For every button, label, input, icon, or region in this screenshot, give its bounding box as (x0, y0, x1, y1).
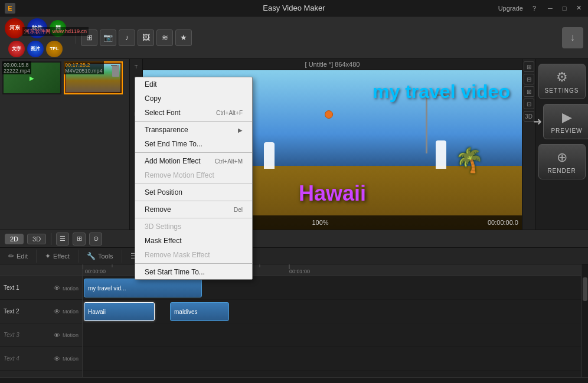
hoop-pole (426, 94, 427, 153)
ctx-3d-settings[interactable]: 3D Settings (135, 220, 252, 234)
side-icon-2[interactable]: ⊟ (524, 74, 534, 84)
ctx-remove-mask-effect[interactable]: Remove Mask Effect (135, 248, 252, 262)
track-eye-4[interactable]: 👁 (54, 355, 60, 362)
tab-effect-label: Effect (53, 253, 70, 260)
logo-btn-5[interactable]: 图片 (27, 41, 44, 57)
edit-tabs: ✏ Edit ✦ Effect 🔧 Tools ☰ Views (0, 248, 588, 264)
ctx-mask-effect[interactable]: Mask Effect (135, 234, 252, 248)
tl-list-btn[interactable]: ☰ (56, 233, 69, 245)
clip-2[interactable]: Hawaii (84, 302, 155, 321)
help-button[interactable]: ? (533, 5, 536, 12)
ctx-set-end-time[interactable]: Set End Time To... (135, 137, 252, 151)
clip-1[interactable]: my travel vid... (84, 279, 202, 297)
track-eye-2[interactable]: 👁 (54, 308, 60, 315)
download-button[interactable]: ↓ (562, 27, 583, 48)
time-mark-0: 00:00:00 (85, 269, 106, 274)
thumb-label-1: 00:00:15.8 22222.mp4 (2, 61, 31, 74)
track-row-3 (83, 323, 581, 347)
ctx-remove[interactable]: Remove Del (135, 202, 252, 217)
basketball (325, 110, 333, 119)
close-button[interactable]: ✕ (574, 4, 583, 13)
ctx-select-font[interactable]: Select Font Ctrl+Alt+F (135, 106, 252, 120)
text-tool-icon[interactable]: T (131, 61, 142, 72)
context-menu: Edit Copy Select Font Ctrl+Alt+F Transpa… (135, 77, 253, 280)
preview-area: ➜ ▶ Preview (533, 104, 588, 139)
settings-label: Settings (544, 87, 579, 94)
scrollbar-thumb[interactable] (583, 277, 587, 301)
settings-button[interactable]: ⚙ Settings (538, 64, 586, 99)
track-label-1: Text 1 👁 Motion (0, 276, 82, 300)
ctx-transparence[interactable]: Transparence ▶ (135, 123, 252, 137)
minimize-button[interactable]: ─ (545, 4, 555, 13)
ctx-sep-6 (135, 263, 252, 264)
track-eye-3[interactable]: 👁 (54, 332, 60, 339)
track-label-3: Text 3 👁 Motion (0, 323, 82, 347)
tab-effect[interactable]: ✦ Effect (37, 250, 79, 263)
video-overlay-text-travel: my travel video (373, 81, 510, 103)
clip-2b[interactable]: maldives (170, 302, 229, 321)
side-icon-1[interactable]: ⊞ (524, 61, 534, 72)
watermark: 河东软件网 www.hd119.cn (22, 27, 89, 36)
tab-edit[interactable]: ✏ Edit (0, 250, 37, 263)
upgrade-button[interactable]: Upgrade (498, 5, 523, 12)
ctx-edit[interactable]: Edit (135, 77, 252, 91)
toolbar-image-btn[interactable]: 🖼 (138, 30, 154, 46)
track-label-2: Text 2 👁 Motion (0, 300, 82, 323)
mode-3d-button[interactable]: 3D (27, 234, 46, 244)
titlebar: E Easy Video Maker Upgrade ? ─ □ ✕ (0, 0, 588, 17)
preview-button[interactable]: ▶ Preview (543, 104, 588, 139)
logo-btn-4[interactable]: 文字 (8, 41, 25, 57)
render-button[interactable]: ⊕ Render (538, 144, 586, 179)
track-label-5: Text 5 👁 (0, 371, 82, 377)
timeline-hscrollbar[interactable] (0, 377, 588, 383)
arrow-right-icon[interactable]: ➜ (533, 115, 542, 128)
clip-1-label: my travel vid... (88, 285, 126, 292)
ctx-set-start-time[interactable]: Set Start Time To... (135, 265, 252, 279)
ctx-remove-motion-effect[interactable]: Remove Motion Effect (135, 168, 252, 182)
thumbnail-item-2[interactable]: 00:17:25.2 M4V20510.mp4 (64, 61, 123, 94)
ctx-copy[interactable]: Copy (135, 91, 252, 106)
ctx-sep-3 (135, 184, 252, 184)
ruler-spacer (0, 264, 82, 276)
tab-tools[interactable]: 🔧 Tools (79, 250, 122, 263)
side-icon-3[interactable]: ⊠ (524, 86, 534, 97)
mode-2d-button[interactable]: 2D (5, 234, 24, 244)
tracks-area: my travel vid... Hawaii maldives (83, 276, 581, 377)
video-title: [ Untitle *] 864x480 (305, 61, 360, 68)
thumb-label-2: 00:17:25.2 M4V20510.mp4 (64, 61, 104, 74)
maximize-button[interactable]: □ (560, 4, 569, 13)
side-icon-4[interactable]: ⊡ (524, 99, 534, 109)
render-label: Render (547, 168, 576, 174)
timeline-area: 2D 3D ☰ ⊞ ⊙ ✏ Edit ✦ Effect 🔧 Tools ☰ Vi… (0, 230, 588, 383)
timecode: 00:00:00.0 (488, 219, 518, 226)
video-overlay-text-hawaii: Hawaii (299, 181, 366, 206)
ctx-sep-2 (135, 152, 252, 153)
track-eye-1[interactable]: 👁 (54, 284, 60, 292)
logo-btn-1[interactable]: 河东 (5, 18, 25, 38)
edit-tab-icon: ✏ (8, 252, 14, 260)
ctx-set-position[interactable]: Set Position (135, 185, 252, 199)
toolbar-music-btn[interactable]: ♪ (119, 30, 135, 46)
timeline-scrollbar[interactable] (581, 264, 588, 377)
clip-2b-label: maldives (174, 309, 197, 315)
track-row-5 (83, 371, 581, 377)
logo-btn-6[interactable]: TPL (46, 41, 63, 57)
video-info-bar: [ Untitle *] 864x480 (143, 59, 522, 70)
clip-2-label: Hawaii (88, 309, 106, 315)
ctx-add-motion-effect[interactable]: Add Motion Effect Ctrl+Alt+M (135, 154, 252, 168)
tab-edit-label: Edit (17, 253, 28, 260)
toolbar-animation-btn[interactable]: ≋ (156, 30, 173, 46)
thumbnail-item-1[interactable]: ▶ 00:00:15.8 22222.mp4 (2, 61, 61, 94)
track-name-4: Text 4 (4, 355, 51, 362)
track-labels: Text 1 👁 Motion Text 2 👁 Motion Text 3 👁… (0, 264, 83, 377)
tl-options-btn[interactable]: ⊙ (89, 233, 102, 245)
zoom-level: 100% (312, 219, 328, 226)
track-row-2: Hawaii maldives (83, 300, 581, 323)
track-name-2: Text 2 (4, 308, 51, 315)
toolbar-photo-btn[interactable]: 📷 (100, 30, 116, 46)
render-icon: ⊕ (557, 150, 567, 165)
track-name-1: Text 1 (4, 284, 51, 291)
toolbar-star-btn[interactable]: ★ (175, 30, 192, 46)
side-icon-5[interactable]: 3D (524, 111, 534, 122)
tl-grid-btn[interactable]: ⊞ (73, 233, 86, 245)
